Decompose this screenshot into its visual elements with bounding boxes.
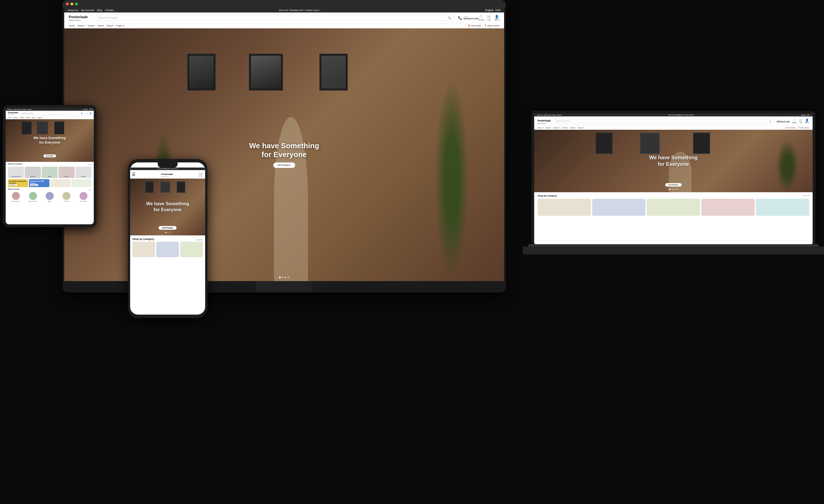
laptop-nav-pages[interactable]: Pages ▾	[578, 127, 584, 129]
laptop-cat-1[interactable]	[538, 199, 591, 216]
hero-content: We have Something for Everyone Get Poste…	[249, 141, 319, 168]
mobile-dot-3[interactable]	[169, 232, 170, 233]
tablet-search-bar[interactable]: Search for Posters...	[20, 112, 79, 115]
mobile-menu-icon[interactable]: ☰	[132, 172, 135, 176]
tablet-wishlist-icon[interactable]: ♡	[84, 112, 85, 114]
laptop-cat-3[interactable]	[647, 199, 700, 216]
tablet-cat-nature[interactable]: Nature	[42, 167, 58, 178]
tablet-nav-shop[interactable]: Shop ▾	[13, 117, 18, 118]
tablet-promo-wall-btn[interactable]: Shop Now	[30, 184, 38, 186]
tablet-artists-view-all[interactable]: View All	[88, 189, 92, 191]
laptop-nav-hot-deals[interactable]: 🔥 Hot Deals	[785, 127, 795, 129]
mobile-logo[interactable]: Posterlaab Metal Posters	[162, 171, 173, 177]
tablet-artist-4[interactable]: ColorBurst	[59, 192, 75, 202]
search-icon[interactable]: 🔍	[447, 16, 451, 19]
laptop-search-bar[interactable]: Search for Posters... 🔍	[553, 119, 774, 123]
tablet-nav-artists[interactable]: Artists	[26, 117, 30, 118]
nav-left: Home Shop ▾ Vendor Artists Blog ▾ Pages …	[69, 24, 124, 27]
tablet-hero-title: We have Something for Everyone	[33, 136, 66, 145]
topbar-account[interactable]: My Account	[81, 9, 94, 12]
nav-shop[interactable]: Shop ▾	[78, 24, 85, 27]
laptop-nav-help[interactable]: ❓ Help Center	[798, 127, 809, 129]
tablet-cart-icon[interactable]: 🛒	[87, 112, 88, 114]
laptop-cat-2[interactable]	[592, 199, 645, 216]
hero-title: We have Something for Everyone	[249, 141, 319, 159]
tablet-cat-label-landscape: Landscape Poster	[11, 176, 21, 177]
brand-logo[interactable]: Posterlaab Metal Posters	[69, 14, 92, 21]
laptop-nav-home[interactable]: Home ▾	[538, 127, 543, 129]
tablet-nav-vendor[interactable]: Vendor	[20, 117, 24, 118]
laptop-dot-4[interactable]	[677, 188, 678, 190]
laptop-view-all[interactable]: View All	[803, 195, 809, 197]
tablet-nav-pages[interactable]: Pages ▾	[37, 117, 43, 118]
search-bar[interactable]: Search for Posters... 🔍	[95, 15, 454, 21]
nav-hot-deals[interactable]: 🔥 Hot Deals	[468, 24, 481, 27]
laptop-search-icon[interactable]: 🔍	[769, 120, 771, 122]
nav-help-center[interactable]: ❓ Help Center	[484, 24, 500, 27]
hero-dot-3[interactable]	[285, 276, 286, 278]
tablet-topbar-lang: English · USD	[83, 109, 92, 110]
nav-pages[interactable]: Pages ▾	[116, 24, 124, 27]
hero-dot-4[interactable]	[288, 276, 289, 278]
tablet-shop-section: Shop by Category View All Landscape Post…	[6, 162, 94, 224]
wishlist-button[interactable]: ♡ Wishlist	[479, 15, 485, 21]
mobile-cat-2[interactable]	[156, 242, 179, 257]
laptop-cat-4[interactable]	[701, 199, 755, 216]
mobile-section-title: Shop by Category	[132, 238, 154, 241]
tablet-nav-blog[interactable]: Blog ▾	[31, 117, 35, 118]
mobile-view-all[interactable]: View All	[196, 239, 203, 241]
topbar-language[interactable]: English	[485, 9, 494, 12]
tablet-cat-portrait[interactable]: Portrait	[59, 167, 75, 178]
mobile-dot-2[interactable]	[167, 232, 168, 233]
topbar-about[interactable]: About Us	[68, 9, 78, 12]
topbar-contact[interactable]: Contact	[105, 9, 114, 12]
laptop-nav-vendor[interactable]: Vendor ▾	[553, 127, 560, 129]
laptop-nav-shop[interactable]: Shop ▾	[546, 127, 551, 129]
tablet-logo[interactable]: Posterlaab Metal Posters	[8, 112, 18, 115]
nav-vendor[interactable]: Vendor	[88, 24, 95, 27]
topbar-blog[interactable]: Blog	[97, 9, 102, 12]
laptop-shop-section: Shop by Category View All	[534, 192, 813, 244]
hero-cta-button[interactable]: Get Posters	[273, 163, 295, 168]
laptop-dot-1[interactable]	[669, 188, 670, 190]
hero-dot-2[interactable]	[282, 276, 284, 278]
tablet-cat-minimal[interactable]: Minimal	[76, 167, 92, 178]
mobile-hero-dots	[165, 232, 170, 233]
laptop-dot-2[interactable]	[672, 188, 673, 190]
nav-artists[interactable]: Artists	[98, 24, 104, 27]
mobile-cat-1[interactable]	[132, 242, 155, 257]
nav-blog[interactable]: Blog ▾	[107, 24, 113, 27]
mobile-dot-1[interactable]	[165, 232, 166, 233]
topbar-currency[interactable]: USD	[495, 9, 501, 12]
tablet-user-icon[interactable]: 👤	[90, 112, 92, 114]
mobile-cart-icon[interactable]: 🛒	[199, 172, 203, 176]
tablet-artist-5[interactable]: DreamScapes	[76, 192, 92, 202]
tablet-artist-3[interactable]: ArtFlow	[42, 192, 58, 202]
cart-button[interactable]: 🛒 Cart	[487, 15, 491, 21]
mobile-cat-3[interactable]	[180, 242, 203, 257]
laptop-nav-artists[interactable]: Artists ▾	[562, 127, 568, 129]
laptop-nav-blog[interactable]: Blog ▾	[571, 127, 576, 129]
tablet-view-all[interactable]: View All	[88, 164, 92, 165]
mobile-hero-cta[interactable]: Get Posters	[159, 226, 177, 230]
laptop-logo[interactable]: Posterlaab Metal Posters	[538, 118, 551, 124]
tablet-site: About Us · My Account · Blog · Contact E…	[6, 108, 94, 224]
tablet-promo-quality-btn[interactable]: Shop Now	[9, 184, 17, 186]
tablet-artist-1[interactable]: Wanderlust.Labs	[8, 192, 24, 202]
tablet-artist-2[interactable]: Minimal Design	[25, 192, 41, 202]
tablet-hero-cta[interactable]: Get Posters	[43, 154, 56, 157]
laptop-cart[interactable]: 🛒 Cart	[799, 119, 802, 124]
laptop-dot-3[interactable]	[674, 188, 676, 190]
tablet-cat-landscape[interactable]: Landscape Poster	[8, 167, 24, 178]
laptop-cat-5[interactable]	[756, 199, 809, 216]
nav-home[interactable]: Home	[69, 24, 75, 27]
laptop-wishlist[interactable]: ♡ Wishlist	[792, 119, 797, 124]
tablet-nav-home[interactable]: Home	[8, 117, 12, 118]
mobile-art-frame-1	[145, 181, 154, 193]
tablet-screen: About Us · My Account · Blog · Contact E…	[6, 108, 94, 224]
laptop-hero-cta[interactable]: Get Posters	[665, 183, 682, 186]
tablet-cat-abstract[interactable]: Abstract	[25, 167, 41, 178]
laptop-signin[interactable]: 👤 Sign In	[805, 119, 809, 124]
signin-button[interactable]: 👤 Sign In	[494, 15, 500, 21]
hero-dot-1[interactable]	[279, 276, 281, 278]
